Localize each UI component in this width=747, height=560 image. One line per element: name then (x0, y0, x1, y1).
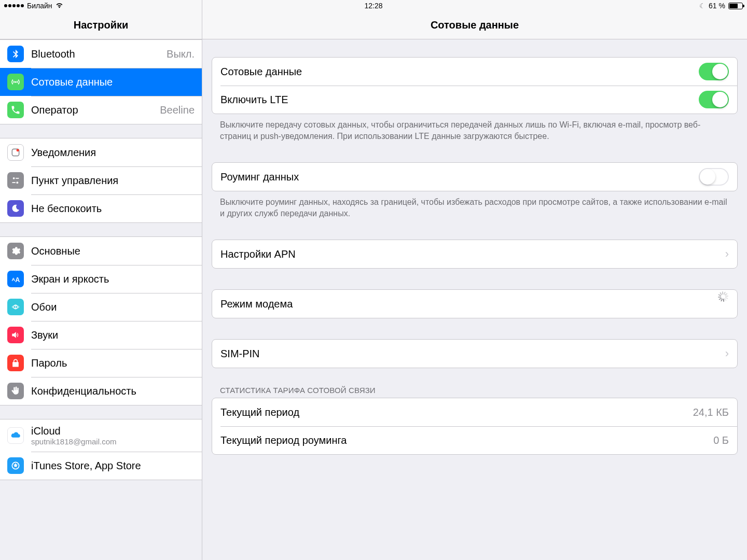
sidebar-item-label: Звуки (31, 329, 195, 341)
sidebar-item-icloud[interactable]: iCloud sputnik1818@gmail.com (0, 419, 202, 452)
svg-rect-3 (16, 178, 19, 179)
moon-icon (7, 200, 24, 217)
sidebar-item-label: iCloud (31, 425, 116, 437)
row-apn-settings[interactable]: Настройки APN › (212, 240, 737, 268)
row-label: Текущий период (220, 407, 693, 418)
loading-spinner-icon (718, 299, 729, 309)
sidebar-item-label: Bluetooth (31, 48, 159, 60)
speaker-icon (7, 327, 24, 343)
sidebar-item-value: Выкл. (167, 48, 195, 60)
phone-icon (7, 102, 24, 118)
row-current-period: Текущий период 24,1 КБ (212, 398, 737, 426)
detail-title: Сотовые данные (431, 19, 519, 31)
footer-text-lte: Выключите передачу сотовых данных, чтобы… (220, 119, 729, 142)
sidebar-item-value: Beeline (160, 104, 195, 116)
sidebar-item-dnd[interactable]: Не беспокоить (0, 194, 202, 222)
sidebar-item-label: Пункт управления (31, 175, 195, 187)
row-value: 24,1 КБ (693, 407, 729, 418)
detail-pane: Сотовые данные Сотовые данные Включить L… (202, 0, 747, 560)
svg-rect-5 (12, 182, 16, 183)
carrier-name: Билайн (27, 2, 52, 10)
svg-point-1 (17, 149, 19, 151)
sidebar-item-sounds[interactable]: Звуки (0, 321, 202, 349)
svg-point-4 (16, 181, 18, 184)
data-roaming-toggle[interactable] (699, 168, 729, 186)
row-label: Режим модема (220, 298, 718, 310)
cellular-icon (7, 74, 24, 90)
battery-icon (728, 3, 743, 9)
row-label: Включить LTE (220, 94, 699, 106)
bluetooth-icon (7, 46, 24, 62)
chevron-right-icon: › (725, 247, 729, 261)
sidebar-item-label: Не беспокоить (31, 203, 195, 215)
row-enable-lte[interactable]: Включить LTE (212, 86, 737, 114)
svg-text:A: A (15, 276, 20, 284)
section-header-stats: СТАТИСТИКА ТАРИФА СОТОВОЙ СВЯЗИ (220, 386, 729, 395)
enable-lte-toggle[interactable] (699, 91, 729, 108)
gear-icon (7, 243, 24, 259)
sidebar-item-label: Уведомления (31, 147, 195, 159)
row-sim-pin[interactable]: SIM-PIN › (212, 340, 737, 368)
sidebar-item-notifications[interactable]: Уведомления (0, 138, 202, 166)
sidebar-item-control-center[interactable]: Пункт управления (0, 166, 202, 194)
row-label: SIM-PIN (220, 348, 725, 360)
signal-dots-icon (4, 4, 24, 7)
notifications-icon (7, 144, 24, 161)
cloud-icon (7, 427, 24, 444)
cellular-data-toggle[interactable] (699, 63, 729, 80)
control-center-icon (7, 172, 24, 189)
textsize-icon: AA (7, 271, 24, 287)
svg-point-9 (15, 306, 17, 308)
sidebar-item-label: Конфиденциальность (31, 385, 195, 397)
hand-icon (7, 383, 24, 399)
dnd-moon-icon: ☾ (699, 2, 706, 10)
sidebar-item-cellular[interactable]: Сотовые данные (0, 68, 202, 96)
row-cellular-data[interactable]: Сотовые данные (212, 58, 737, 86)
sidebar-item-privacy[interactable]: Конфиденциальность (0, 377, 202, 405)
sidebar-item-label: iTunes Store, App Store (31, 460, 195, 472)
settings-sidebar: Настройки Bluetooth Выкл. Сотовые данные (0, 0, 202, 560)
row-label: Настройки APN (220, 248, 725, 260)
sidebar-item-label: Пароль (31, 357, 195, 369)
sidebar-item-carrier[interactable]: Оператор Beeline (0, 96, 202, 124)
row-data-roaming[interactable]: Роуминг данных (212, 163, 737, 191)
sidebar-item-itunes[interactable]: iTunes Store, App Store (0, 452, 202, 480)
wifi-icon (56, 2, 63, 10)
sidebar-item-wallpaper[interactable]: Обои (0, 293, 202, 321)
battery-percent: 61 % (709, 2, 725, 10)
row-label: Роуминг данных (220, 171, 699, 183)
row-current-roaming-period: Текущий период роуминга 0 Б (212, 426, 737, 454)
row-label: Сотовые данные (220, 66, 699, 78)
wallpaper-icon (7, 299, 24, 315)
sidebar-item-label: Экран и яркость (31, 273, 195, 285)
chevron-right-icon: › (725, 347, 729, 360)
row-personal-hotspot[interactable]: Режим модема (212, 290, 737, 318)
sidebar-item-label: Сотовые данные (31, 76, 195, 88)
appstore-icon (7, 457, 24, 474)
svg-point-2 (13, 177, 15, 179)
status-bar: Билайн 12:28 ☾ 61 % (0, 0, 747, 11)
sidebar-item-bluetooth[interactable]: Bluetooth Выкл. (0, 40, 202, 68)
sidebar-item-general[interactable]: Основные (0, 237, 202, 265)
sidebar-item-label: Обои (31, 301, 195, 313)
sidebar-item-passcode[interactable]: Пароль (0, 349, 202, 377)
row-value: 0 Б (713, 435, 729, 446)
row-label: Текущий период роуминга (220, 435, 713, 446)
sidebar-item-label: Основные (31, 245, 195, 257)
footer-text-roaming: Выключите роуминг данных, находясь за гр… (220, 197, 729, 219)
sidebar-item-display[interactable]: AA Экран и яркость (0, 265, 202, 293)
lock-icon (7, 355, 24, 371)
sidebar-item-label: Оператор (31, 104, 153, 116)
sidebar-title: Настройки (74, 19, 129, 31)
icloud-account-email: sputnik1818@gmail.com (31, 437, 116, 446)
clock: 12:28 (364, 2, 382, 10)
